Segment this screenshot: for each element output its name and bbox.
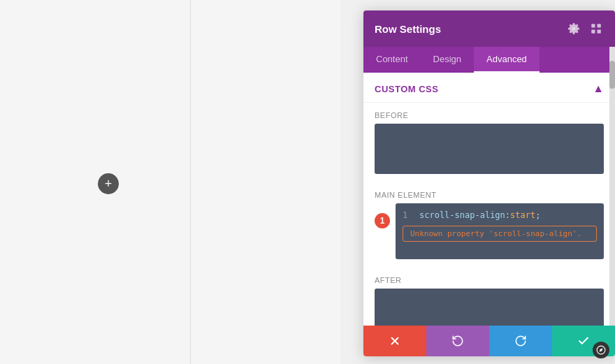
error-badge: 1 (375, 213, 390, 228)
settings-icon[interactable] (566, 21, 581, 36)
line-number: 1 (403, 210, 411, 220)
add-element-button[interactable]: + (98, 173, 119, 194)
svg-rect-1 (591, 24, 595, 27)
tab-content[interactable]: Content (363, 47, 421, 73)
panel-title: Row Settings (375, 23, 441, 35)
scrollbar-thumb[interactable] (609, 61, 615, 89)
svg-rect-4 (598, 30, 601, 34)
svg-rect-2 (598, 24, 601, 27)
panel-header: Row Settings (363, 10, 615, 47)
before-label: Before (375, 111, 604, 119)
main-element-field: Main Element 1 1 scroll-snap-align : sta… (363, 182, 615, 268)
expand-icon[interactable] (588, 21, 604, 36)
before-field: Before (363, 103, 615, 182)
svg-rect-3 (591, 30, 595, 34)
settings-panel: Row Settings Content Design Advanced (363, 10, 615, 356)
reset-icon (451, 335, 464, 347)
redo-button[interactable] (489, 326, 552, 356)
main-element-label: Main Element (375, 191, 604, 199)
after-label: After (375, 276, 604, 284)
css-value: start (510, 210, 535, 220)
main-element-editor[interactable]: 1 scroll-snap-align : start ; Unknown pr… (396, 203, 604, 259)
canvas-area: + (0, 0, 340, 364)
tabs-bar: Content Design Advanced (363, 47, 615, 73)
header-icons (566, 21, 604, 36)
compass-icon[interactable] (593, 342, 609, 358)
after-editor[interactable] (375, 289, 604, 326)
plus-icon: + (105, 177, 113, 191)
css-colon: : (505, 210, 510, 220)
cancel-icon (389, 335, 401, 347)
reset-button[interactable] (426, 326, 489, 356)
panel-content: Custom CSS ▲ Before Main Element 1 1 scr… (363, 73, 615, 326)
custom-css-section-header: Custom CSS ▲ (363, 73, 615, 103)
cancel-button[interactable] (363, 326, 426, 356)
divider-line (190, 0, 191, 364)
after-field: After (363, 268, 615, 326)
section-toggle-icon[interactable]: ▲ (593, 82, 604, 95)
redo-icon (514, 335, 527, 347)
css-property: scroll-snap-align (419, 210, 505, 220)
save-icon (577, 335, 590, 347)
before-editor[interactable] (375, 124, 604, 174)
section-title: Custom CSS (375, 84, 438, 94)
tab-advanced[interactable]: Advanced (474, 47, 540, 73)
main-element-container: 1 1 scroll-snap-align : start ; Unknown … (375, 203, 604, 259)
css-semicolon: ; (535, 210, 540, 220)
code-line-1: 1 scroll-snap-align : start ; (396, 209, 604, 221)
css-error-message: Unknown property 'scroll-snap-align'. (403, 226, 597, 242)
panel-footer (363, 326, 615, 356)
tab-design[interactable]: Design (421, 47, 474, 73)
